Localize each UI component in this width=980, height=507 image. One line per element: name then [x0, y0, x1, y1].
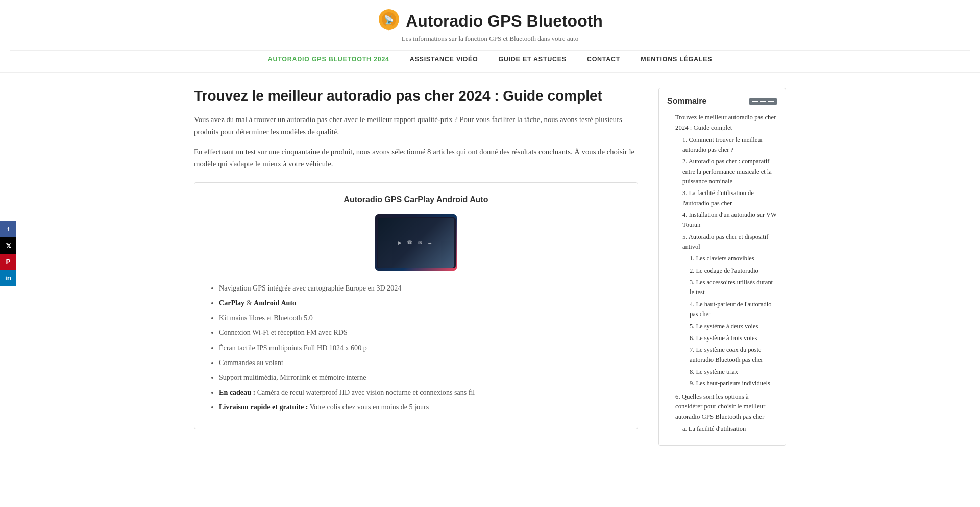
toc-sub2-2: 2. Le codage de l'autoradio — [690, 266, 777, 276]
feature-carplay: CarPlay & Android Auto — [219, 298, 623, 308]
toc-sub2-6: 6. Le système à trois voies — [690, 333, 777, 343]
site-tagline: Les informations sur la fonction GPS et … — [10, 35, 970, 43]
toc-toggle-line-1 — [752, 101, 758, 102]
svg-rect-5 — [381, 221, 452, 264]
toc-sub-item-1-1: 1. Comment trouver le meilleur autoradio… — [682, 135, 777, 155]
feature-camera: En cadeau : Caméra de recul waterproof H… — [219, 387, 623, 398]
toc-sub-1-5: 1. Les claviers amovibles 2. Le codage d… — [682, 254, 777, 389]
main-nav: AUTORADIO GPS BLUETOOTH 2024 ASSISTANCE … — [10, 50, 970, 67]
nav-assistance[interactable]: ASSISTANCE VIDÉO — [410, 56, 478, 63]
toc-box: Sommaire Trouvez le meilleur autoradio p… — [658, 88, 786, 446]
toc-link-1-4[interactable]: 4. Installation d'un autoradio sur VW To… — [682, 211, 777, 228]
toc-sub-1: 1. Comment trouver le meilleur autoradio… — [675, 135, 777, 389]
svg-text:☎: ☎ — [391, 232, 398, 238]
toc-sub2-1: 1. Les claviers amovibles — [690, 254, 777, 263]
twitter-x-button[interactable]: 𝕏 — [0, 237, 16, 254]
intro-paragraph-1: Vous avez du mal à trouver un autoradio … — [194, 113, 638, 138]
site-header: 📡 Autoradio GPS Bluetooth Les informatio… — [0, 0, 980, 73]
toc-sub2-4: 4. Le haut-parleur de l'autoradio pas ch… — [690, 300, 777, 320]
toc-toggle-line-3 — [768, 101, 774, 102]
feature-gps: Navigation GPS intégrée avec cartographi… — [219, 283, 623, 294]
product-box: Autoradio GPS CarPlay Android Auto — [194, 182, 638, 429]
toc-sub-item-1-5: 5. Autoradio pas cher et dispositif anti… — [682, 232, 777, 389]
toc-link-1-5[interactable]: 5. Autoradio pas cher et dispositif anti… — [682, 233, 768, 250]
toc-header: Sommaire — [667, 96, 777, 106]
page-title: Trouvez le meilleur autoradio pas cher 2… — [194, 88, 638, 104]
svg-text:📡: 📡 — [384, 15, 394, 25]
toc-link-sub2-5[interactable]: 5. Le système à deux voies — [690, 323, 758, 330]
toc-sub-6-a: a. La facilité d'utilisation — [682, 424, 777, 434]
sidebar: Sommaire Trouvez le meilleur autoradio p… — [658, 88, 786, 446]
feature-wifi: Connexion Wi-Fi et réception FM avec RDS — [219, 327, 623, 338]
nav-mentions[interactable]: MENTIONS LÉGALES — [641, 56, 712, 63]
social-sidebar: f 𝕏 P in — [0, 221, 16, 286]
site-title: Autoradio GPS Bluetooth — [406, 12, 603, 31]
toc-sub2-9: 9. Les haut-parleurs individuels — [690, 379, 777, 389]
toc-list: Trouvez le meilleur autoradio pas cher 2… — [667, 113, 777, 434]
toc-link-1-3[interactable]: 3. La facilité d'utilisation de l'autora… — [682, 189, 754, 206]
product-image-area: ☎ ▶ ♪ ⚙ ✉ ☁ 🗺 📷 — [209, 214, 623, 271]
facebook-button[interactable]: f — [0, 221, 16, 237]
svg-text:▶: ▶ — [405, 232, 409, 238]
nav-autoradio[interactable]: AUTORADIO GPS BLUETOOTH 2024 — [268, 56, 389, 63]
toc-sub2-7: 7. Le système coax du poste autoradio Bl… — [690, 345, 777, 365]
toc-title: Sommaire — [667, 96, 706, 106]
toc-link-sub2-4[interactable]: 4. Le haut-parleur de l'autoradio pas ch… — [690, 301, 771, 318]
toc-link-sub2-8[interactable]: 8. Le système triax — [690, 368, 738, 375]
toc-sub-item-1-2: 2. Autoradio pas cher : comparatif entre… — [682, 157, 777, 186]
feature-screen: Écran tactile IPS multipoints Full HD 10… — [219, 343, 623, 353]
svg-text:✉: ✉ — [393, 246, 397, 252]
toc-sub2-5: 5. Le système à deux voies — [690, 322, 777, 331]
product-features-list: Navigation GPS intégrée avec cartographi… — [209, 283, 623, 413]
toc-toggle-line-2 — [760, 101, 766, 102]
svg-point-11 — [388, 243, 401, 255]
toc-sub-item-1-4: 4. Installation d'un autoradio sur VW To… — [682, 210, 777, 230]
svg-point-13 — [414, 243, 426, 255]
feature-steering: Commandes au volant — [219, 357, 623, 368]
svg-point-7 — [388, 229, 401, 241]
toc-toggle-button[interactable] — [749, 98, 777, 105]
feature-bluetooth: Kit mains libres et Bluetooth 5.0 — [219, 312, 623, 323]
svg-point-12 — [401, 243, 413, 255]
toc-item-6: 6. Quelles sont les options à considérer… — [675, 392, 777, 434]
logo-icon: 📡 — [377, 9, 401, 33]
toc-item-1: Trouvez le meilleur autoradio pas cher 2… — [675, 113, 777, 389]
nav-guide[interactable]: GUIDE ET ASTUCES — [498, 56, 566, 63]
toc-link-sub2-9[interactable]: 9. Les haut-parleurs individuels — [690, 380, 770, 387]
toc-link-6-a[interactable]: a. La facilité d'utilisation — [682, 425, 746, 432]
svg-text:⚙: ⚙ — [430, 232, 435, 238]
page-wrapper: Trouvez le meilleur autoradio pas cher 2… — [184, 73, 796, 461]
toc-link-sub2-1[interactable]: 1. Les claviers amovibles — [690, 255, 754, 262]
toc-sub-6: a. La facilité d'utilisation — [675, 424, 777, 434]
site-logo: 📡 Autoradio GPS Bluetooth — [10, 9, 970, 33]
toc-sub2-8: 8. Le système triax — [690, 367, 777, 377]
svg-rect-6 — [383, 223, 450, 262]
toc-link-sub2-3[interactable]: 3. Les accessoires utilisés durant le te… — [690, 279, 773, 296]
product-title: Autoradio GPS CarPlay Android Auto — [209, 195, 623, 204]
main-content: Trouvez le meilleur autoradio pas cher 2… — [194, 88, 638, 446]
intro-paragraph-2: En effectuant un test sur une cinquantai… — [194, 146, 638, 171]
svg-text:📷: 📷 — [430, 246, 436, 252]
linkedin-button[interactable]: in — [0, 270, 16, 286]
feature-delivery: Livraison rapide et gratuite : Votre col… — [219, 402, 623, 413]
svg-text:♪: ♪ — [419, 232, 421, 238]
nav-contact[interactable]: CONTACT — [587, 56, 620, 63]
pinterest-button[interactable]: P — [0, 254, 16, 270]
product-image: ☎ ▶ ♪ ⚙ ✉ ☁ 🗺 📷 — [375, 214, 457, 271]
toc-sub2-3: 3. Les accessoires utilisés durant le te… — [690, 278, 777, 298]
svg-point-9 — [414, 229, 426, 241]
toc-link-1-1[interactable]: 1. Comment trouver le meilleur autoradio… — [682, 136, 763, 153]
toc-link-1[interactable]: Trouvez le meilleur autoradio pas cher 2… — [675, 114, 776, 131]
feature-media: Support multimédia, Mirrorlink et mémoir… — [219, 372, 623, 383]
toc-link-1-2[interactable]: 2. Autoradio pas cher : comparatif entre… — [682, 158, 772, 185]
svg-point-10 — [427, 229, 439, 241]
toc-link-sub2-6[interactable]: 6. Le système à trois voies — [690, 334, 757, 342]
svg-point-14 — [427, 243, 439, 255]
toc-sub-item-1-3: 3. La facilité d'utilisation de l'autora… — [682, 188, 777, 208]
toc-link-sub2-2[interactable]: 2. Le codage de l'autoradio — [690, 267, 758, 274]
toc-link-sub2-7[interactable]: 7. Le système coax du poste autoradio Bl… — [690, 346, 763, 363]
toc-link-6[interactable]: 6. Quelles sont les options à considérer… — [675, 393, 765, 421]
svg-rect-4 — [377, 217, 456, 268]
svg-text:🗺: 🗺 — [418, 246, 423, 252]
svg-text:☁: ☁ — [405, 246, 410, 252]
